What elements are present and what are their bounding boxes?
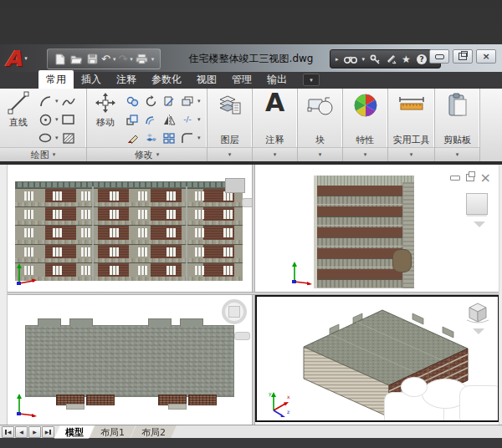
plot-icon[interactable] (136, 53, 149, 66)
properties-colorwheel-icon[interactable] (343, 93, 387, 118)
mirror-icon[interactable] (161, 111, 177, 128)
save-icon[interactable] (85, 53, 99, 66)
doc-close-icon[interactable]: × (480, 170, 491, 186)
explode-icon[interactable] (142, 130, 159, 146)
redo-icon[interactable]: ↷ (118, 53, 127, 64)
doc-minimize-icon[interactable] (450, 170, 460, 186)
properties-panel-flyout[interactable]: ▾ (343, 147, 387, 161)
undo-dropdown-icon[interactable]: ▾ (113, 56, 116, 63)
viewport-plan[interactable] (7, 295, 252, 422)
fillet-icon[interactable] (179, 130, 196, 146)
navbar-handle[interactable] (234, 332, 250, 340)
overlap-icon[interactable] (179, 93, 196, 109)
undo-icon[interactable]: ↶ (101, 53, 110, 64)
utilities-panel-flyout[interactable]: ▾ (388, 147, 434, 161)
application-menu-button[interactable]: A ▾ (5, 44, 42, 72)
trim-icon[interactable] (161, 93, 177, 109)
clipboard-panel-flyout[interactable]: ▾ (435, 147, 479, 161)
fillet-dropdown-icon[interactable]: ▾ (197, 135, 201, 141)
help-icon[interactable]: ? (416, 53, 428, 65)
restore-icon[interactable] (453, 49, 473, 64)
building-floor (15, 225, 243, 243)
ucs-3d-icon: y x z (264, 389, 294, 417)
arc-icon[interactable] (37, 93, 54, 109)
viewcube-menu-icon[interactable] (473, 328, 484, 334)
ribbon: 直线 ▾ ▾ ▾ 绘图 (0, 89, 502, 161)
next-layout-icon[interactable]: ▶ (28, 426, 41, 438)
break-icon[interactable]: -/- (179, 111, 196, 128)
tab-view[interactable]: 视图 (189, 70, 224, 89)
doc-restore-icon[interactable] (466, 170, 474, 186)
tab-manage[interactable]: 管理 (224, 70, 259, 89)
minimize-icon[interactable] (429, 49, 449, 64)
close-icon[interactable]: × (476, 49, 496, 64)
plot-dropdown-icon[interactable]: ▾ (151, 56, 155, 63)
circle-dropdown-icon[interactable]: ▾ (55, 116, 59, 123)
tab-insert[interactable]: 插入 (74, 70, 109, 89)
ellipse-dropdown-icon[interactable]: ▾ (55, 135, 59, 141)
rotate-icon[interactable] (142, 93, 159, 109)
annotate-a-icon[interactable]: A (253, 90, 297, 115)
move-button[interactable]: 移动 (89, 91, 122, 129)
search-dropdown-icon[interactable]: ▾ (362, 56, 366, 63)
entrance-step (66, 404, 85, 410)
arc-dropdown-icon[interactable]: ▾ (55, 98, 59, 104)
hatch-icon[interactable] (60, 130, 77, 146)
erase-icon[interactable] (124, 130, 141, 146)
document-title: 住宅楼整体竣工三视图.dwg (155, 52, 347, 66)
array-icon[interactable] (161, 130, 177, 146)
favorites-star-icon[interactable]: ★ (402, 53, 411, 65)
key-icon[interactable] (370, 54, 381, 64)
circle-icon[interactable] (37, 111, 54, 128)
viewcube-menu-icon[interactable] (474, 221, 485, 227)
viewport-front-elevation[interactable] (7, 165, 252, 292)
tab-annotate[interactable]: 注释 (109, 70, 144, 89)
ellipse-icon[interactable] (37, 130, 54, 146)
search-binoculars-icon[interactable] (344, 54, 357, 64)
drawing-window-controls: × (450, 170, 491, 186)
viewcube-3d[interactable] (466, 302, 489, 323)
tab-layout2[interactable]: 布局2 (131, 425, 177, 439)
new-file-icon[interactable] (54, 53, 67, 66)
viewport-divider-horizontal[interactable] (0, 292, 502, 295)
window-controls: × (429, 49, 496, 64)
rectangle-icon[interactable] (60, 111, 77, 128)
building-floor (15, 262, 243, 281)
navbar-handle[interactable] (242, 198, 252, 207)
expand-icon[interactable]: ▸ (336, 56, 339, 63)
viewport-isometric[interactable]: y x z (255, 295, 499, 422)
communication-center-icon[interactable] (386, 54, 397, 64)
redo-dropdown-icon[interactable]: ▾ (130, 56, 133, 63)
measure-tool-icon[interactable] (388, 93, 434, 116)
polyline-icon[interactable] (60, 93, 77, 109)
copy-icon[interactable] (124, 93, 141, 109)
first-layout-icon[interactable]: ◀ (2, 426, 14, 438)
modify-panel-flyout[interactable]: 修改 ▾ (87, 147, 207, 161)
tab-layout1[interactable]: 布局1 (90, 425, 136, 439)
viewport-side-elevation[interactable]: × (255, 165, 499, 292)
offset-icon[interactable] (142, 111, 159, 128)
draw-panel-flyout[interactable]: 绘图 ▾ (0, 147, 86, 161)
annotation-panel-flyout[interactable]: ▾ (253, 147, 297, 161)
prev-layout-icon[interactable]: ◀ (15, 426, 28, 438)
block-panel-flyout[interactable]: ▾ (298, 147, 342, 161)
tab-model[interactable]: 模型 (54, 425, 95, 439)
panel-clipboard: 剪贴板 ▾ (435, 89, 480, 161)
tab-output[interactable]: 输出 (259, 70, 295, 89)
block-icon[interactable] (298, 93, 342, 118)
panel-flyout-icon: ▾ (156, 151, 160, 158)
break-dropdown-icon[interactable]: ▾ (197, 116, 201, 123)
tab-parametric[interactable]: 参数化 (144, 70, 189, 89)
ribbon-minimize-icon[interactable]: ▾ (303, 74, 320, 86)
overlap-dropdown-icon[interactable]: ▾ (197, 98, 201, 104)
line-button[interactable]: 直线 (2, 91, 35, 129)
layers-panel-flyout[interactable]: ▾ (207, 147, 252, 161)
clipboard-icon[interactable] (435, 93, 479, 118)
viewcube-compass[interactable] (222, 299, 247, 324)
tab-home[interactable]: 常用 (38, 70, 74, 89)
open-file-icon[interactable] (69, 53, 83, 66)
scale-icon[interactable] (124, 111, 141, 128)
layers-icon[interactable] (207, 93, 252, 118)
viewcube[interactable] (466, 193, 488, 215)
last-layout-icon[interactable]: ▶ (42, 426, 54, 438)
